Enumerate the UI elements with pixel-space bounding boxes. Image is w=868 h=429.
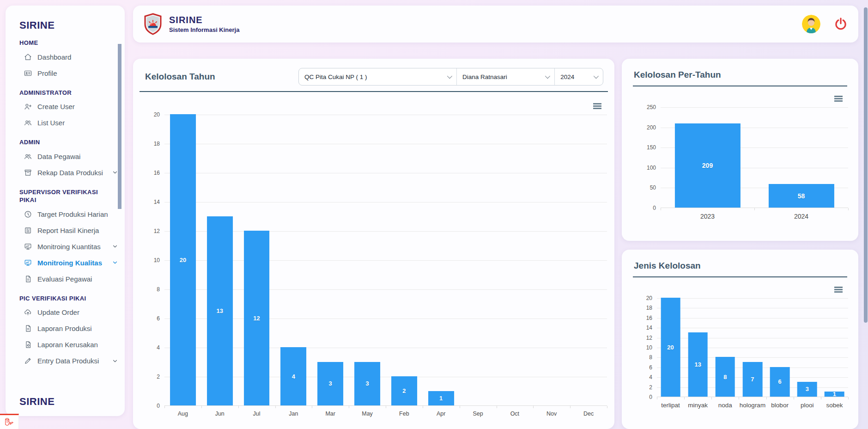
- bar-slot: [570, 115, 607, 405]
- chart-menu-icon[interactable]: [593, 103, 601, 110]
- user-avatar[interactable]: [802, 15, 820, 33]
- qc-line-select[interactable]: QC Pita Cukai NP ( 1 ): [299, 68, 456, 85]
- chart-menu-icon[interactable]: [834, 287, 843, 294]
- year-select[interactable]: 2024: [554, 68, 603, 85]
- bar-slot: 1: [821, 298, 848, 397]
- x-tick: [238, 406, 239, 408]
- sidebar-section-header: ADMIN: [19, 138, 112, 147]
- sidebar-item-laporan-produksi[interactable]: Laporan Produksi: [24, 320, 118, 337]
- bar-slot: 13: [201, 115, 238, 405]
- y-tick-label: 250: [647, 104, 656, 110]
- sidebar-item-evaluasi-pegawai[interactable]: Evaluasi Pegawai: [24, 271, 118, 287]
- bar: 3: [317, 362, 343, 406]
- sidebar-section-header: ADMINISTRATOR: [19, 89, 112, 97]
- kelolosan-tahun-title: Kelolosan Tahun: [145, 72, 215, 82]
- monitor-icon: [24, 259, 32, 267]
- bar-value-label: 4: [292, 373, 295, 380]
- sidebar-item-monitroing-kualitas[interactable]: Monitroing Kualitas: [24, 255, 118, 271]
- logout-power-button[interactable]: [833, 17, 848, 31]
- plot-area: 20958: [661, 107, 848, 208]
- sidebar-item-list-user[interactable]: List User: [24, 115, 118, 131]
- top-header: SIRINE Sistem Informasi Kinerja: [133, 6, 858, 43]
- bar-slot: 58: [754, 107, 848, 208]
- edit-icon: [24, 357, 32, 365]
- x-tick-label: Aug: [164, 406, 201, 420]
- bar: 209: [674, 123, 740, 208]
- x-tick-label: blobor: [766, 397, 794, 411]
- y-tick-label: 20: [154, 111, 160, 118]
- sidebar-item-entry-data-produksi[interactable]: Entry Data Produksi: [24, 353, 118, 369]
- bar-value-label: 1: [439, 395, 443, 402]
- x-tick-label: Dec: [570, 406, 607, 420]
- plot-area: 20131243321: [164, 115, 607, 406]
- x-tick-label: Oct: [496, 406, 533, 420]
- sidebar-item-profile[interactable]: Profile: [24, 65, 118, 81]
- id-card-icon: [24, 69, 32, 77]
- sidebar-item-monitroing-kuantitas[interactable]: Monitroing Kuantitas: [24, 239, 118, 255]
- bar-value-label: 58: [798, 192, 805, 200]
- bar: 2: [391, 376, 417, 405]
- y-tick-label: 4: [649, 374, 652, 380]
- x-tick: [848, 397, 849, 399]
- y-tick-label: 18: [154, 141, 160, 147]
- x-tick: [275, 406, 276, 408]
- y-tick-label: 100: [647, 165, 656, 171]
- sidebar-section-header: HOME: [19, 39, 112, 47]
- jenis-kelolosan-title: Jenis Kelolosan: [634, 261, 701, 271]
- user-plus-icon: [24, 103, 32, 110]
- bar-value-label: 13: [694, 361, 701, 368]
- sidebar-item-report-hasil-kinerja[interactable]: Report Hasil Kinerja: [24, 222, 118, 239]
- jenis-kelolosan-chart: 20181614121086420201387631terlipatminyak…: [634, 277, 848, 411]
- bar: 20: [170, 114, 196, 405]
- x-tick: [684, 397, 685, 399]
- sidebar-brand-title: SIRINE: [19, 19, 125, 31]
- bar-slot: 3: [794, 298, 821, 397]
- sidebar-item-data-pegawai[interactable]: Data Pegawai: [24, 148, 118, 165]
- x-tick: [164, 406, 165, 408]
- y-axis: 20181614121086420: [634, 298, 657, 397]
- sidebar-item-label: Profile: [37, 69, 118, 77]
- x-tick: [423, 406, 423, 408]
- sidebar-item-target-produksi-harian[interactable]: Target Produksi Harian: [24, 206, 118, 222]
- y-tick-label: 50: [650, 184, 656, 191]
- kelolosan-per-tahun-chart: 2502001501005002095820232024: [634, 86, 848, 222]
- sidebar-scrollbar-thumb[interactable]: [118, 44, 121, 209]
- bar: 58: [768, 184, 834, 208]
- sidebar-item-laporan-kerusakan[interactable]: Laporan Kerusakan: [24, 337, 118, 353]
- y-tick-label: 6: [649, 364, 652, 371]
- bar-value-label: 2: [402, 387, 406, 394]
- bar-slot: 8: [711, 298, 739, 397]
- upload-cloud-icon: [24, 308, 32, 316]
- x-tick: [607, 406, 607, 408]
- sidebar-item-rekap-data-produksi[interactable]: Rekap Data Produksi: [24, 165, 118, 181]
- sidebar-item-update-order[interactable]: Update Order: [24, 304, 118, 320]
- users-icon: [24, 119, 32, 127]
- y-tick-label: 12: [154, 228, 160, 234]
- bar-value-label: 3: [806, 386, 809, 392]
- y-tick-label: 18: [646, 305, 652, 311]
- y-tick-label: 16: [646, 315, 652, 321]
- bar: 1: [428, 391, 454, 406]
- x-tick: [570, 406, 571, 408]
- sidebar-item-label: Report Hasil Kinerja: [37, 227, 118, 234]
- y-tick-label: 10: [646, 344, 652, 351]
- bar-slot: 12: [238, 115, 275, 405]
- sidebar-item-label: Rekap Data Produksi: [37, 169, 106, 177]
- employee-select[interactable]: Diana Ratnasari: [456, 68, 554, 85]
- bar-slot: [533, 115, 570, 405]
- chevron-down-icon: [447, 74, 452, 79]
- x-tick: [661, 208, 661, 210]
- x-tick: [312, 406, 312, 408]
- chart-menu-icon[interactable]: [834, 96, 843, 103]
- sidebar-item-dashboard[interactable]: Dashboard: [24, 49, 118, 65]
- sidebar-item-label: Evaluasi Pegawai: [37, 275, 118, 283]
- sidebar-item-create-user[interactable]: Create User: [24, 98, 118, 115]
- laravel-debugbar-badge[interactable]: [0, 414, 19, 429]
- y-tick-label: 16: [154, 170, 160, 176]
- x-tick-label: terlipat: [657, 397, 684, 411]
- kelolosan-tahun-chart: 2018161412108642020131243321AugJunJulJan…: [146, 94, 607, 420]
- chevron-down-icon: [112, 169, 118, 176]
- x-tick-label: minyak: [684, 397, 711, 411]
- page-scrollbar-thumb[interactable]: [864, 7, 868, 323]
- sidebar-section-header: PIC VERIFIKASI PIKAI: [19, 294, 112, 303]
